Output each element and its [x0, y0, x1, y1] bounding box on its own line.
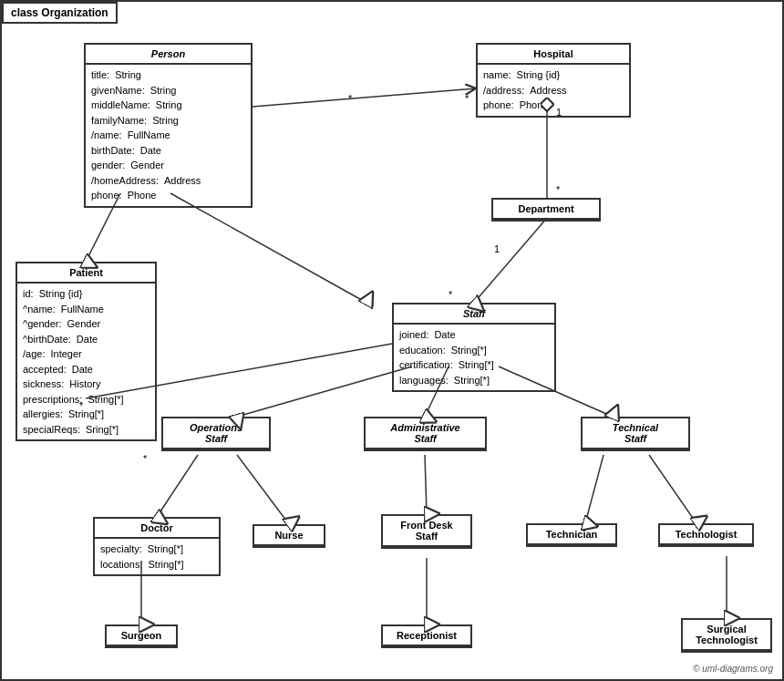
- svg-line-11: [237, 455, 289, 524]
- svg-line-3: [170, 193, 366, 303]
- class-department: Department: [491, 198, 601, 222]
- class-patient-header: Patient: [17, 263, 155, 284]
- class-person: Person title:String givenName:String mid…: [84, 43, 253, 208]
- multiplicity-hospital-dept-1: 1: [556, 107, 562, 118]
- multiplicity-ops-star: *: [143, 453, 147, 464]
- class-operations-staff-header: Operations Staff: [163, 418, 269, 449]
- multiplicity-patient-star: *: [79, 400, 83, 411]
- class-surgical-technologist: Surgical Technologist: [681, 618, 772, 653]
- class-patient-body: id:String {id} ^name:FullName ^gender:Ge…: [17, 284, 155, 439]
- multiplicity-dept-staff-1: 1: [494, 243, 500, 254]
- class-doctor: Doctor specialty:String[*] locations:Str…: [93, 517, 221, 576]
- class-nurse: Nurse: [253, 524, 325, 548]
- class-technical-staff: Technical Staff: [581, 417, 690, 451]
- class-patient: Patient id:String {id} ^name:FullName ^g…: [15, 262, 157, 441]
- class-doctor-header: Doctor: [95, 519, 219, 539]
- class-person-body: title:String givenName:String middleName…: [86, 65, 251, 206]
- svg-line-6: [253, 88, 476, 107]
- multiplicity-person-hospital-star: *: [348, 93, 352, 104]
- class-receptionist: Receptionist: [381, 624, 472, 648]
- svg-line-10: [157, 455, 198, 517]
- class-technical-staff-header: Technical Staff: [583, 418, 688, 449]
- svg-line-13: [585, 455, 603, 523]
- svg-line-7: [237, 366, 412, 417]
- class-front-desk-staff: Front Desk Staff: [381, 514, 472, 549]
- svg-line-14: [649, 455, 696, 523]
- class-staff: Staff joined:Date education:String[*] ce…: [392, 303, 556, 392]
- class-staff-body: joined:Date education:String[*] certific…: [394, 325, 554, 390]
- multiplicity-dept-star: *: [556, 184, 560, 195]
- class-operations-staff: Operations Staff: [161, 417, 271, 451]
- class-department-header: Department: [493, 200, 599, 220]
- class-technician: Technician: [526, 523, 617, 547]
- svg-line-12: [425, 455, 427, 514]
- class-front-desk-staff-header: Front Desk Staff: [383, 516, 470, 547]
- class-surgeon: Surgeon: [105, 624, 178, 648]
- diagram-container: class Organization Person title:String g…: [0, 0, 784, 681]
- class-surgeon-header: Surgeon: [107, 626, 176, 646]
- class-technologist-header: Technologist: [660, 525, 752, 545]
- class-receptionist-header: Receptionist: [383, 626, 470, 646]
- class-doctor-body: specialty:String[*] locations:String[*]: [95, 539, 219, 574]
- multiplicity-hospital-star: *: [465, 93, 469, 104]
- svg-line-5: [474, 218, 547, 303]
- class-administrative-staff: Administrative Staff: [364, 417, 487, 451]
- multiplicity-staff-star: *: [449, 289, 452, 300]
- class-nurse-header: Nurse: [254, 526, 324, 546]
- class-technologist: Technologist: [658, 523, 754, 547]
- class-hospital-body: name:String {id} /address:Address phone:…: [478, 65, 629, 116]
- copyright-text: © uml-diagrams.org: [693, 664, 773, 674]
- diagram-title: class Organization: [2, 2, 118, 24]
- class-hospital: Hospital name:String {id} /address:Addre…: [476, 43, 631, 118]
- class-surgical-technologist-header: Surgical Technologist: [683, 620, 770, 651]
- class-administrative-staff-header: Administrative Staff: [366, 418, 485, 449]
- class-technician-header: Technician: [528, 525, 615, 545]
- class-staff-header: Staff: [394, 304, 554, 325]
- class-hospital-header: Hospital: [478, 45, 629, 65]
- class-person-header: Person: [86, 45, 251, 65]
